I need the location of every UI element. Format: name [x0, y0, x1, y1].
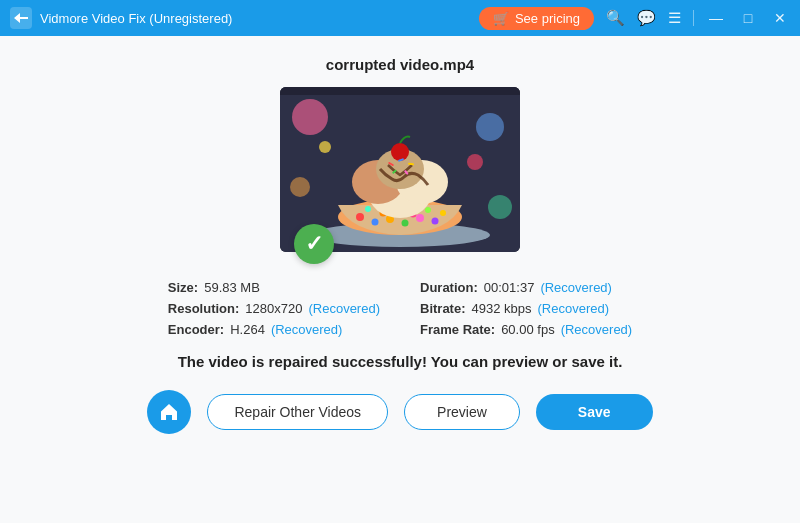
home-icon: [158, 401, 180, 423]
framerate-value: 60.00 fps: [501, 322, 555, 337]
size-value: 59.83 MB: [204, 280, 260, 295]
svg-point-15: [440, 210, 446, 216]
svg-point-14: [425, 207, 431, 213]
title-bar: Vidmore Video Fix (Unregistered) 🛒 See p…: [0, 0, 800, 36]
minimize-button[interactable]: —: [706, 10, 726, 26]
divider: [693, 10, 694, 26]
framerate-label: Frame Rate:: [420, 322, 495, 337]
preview-button[interactable]: Preview: [404, 394, 520, 430]
svg-point-31: [467, 154, 483, 170]
app-title: Vidmore Video Fix (Unregistered): [40, 11, 479, 26]
maximize-button[interactable]: □: [738, 10, 758, 26]
close-button[interactable]: ✕: [770, 10, 790, 26]
resolution-label: Resolution:: [168, 301, 240, 316]
framerate-row: Frame Rate: 60.00 fps (Recovered): [420, 322, 632, 337]
duration-row: Duration: 00:01:37 (Recovered): [420, 280, 632, 295]
video-info-grid: Size: 59.83 MB Duration: 00:01:37 (Recov…: [168, 280, 632, 337]
svg-point-10: [365, 206, 371, 212]
svg-point-4: [356, 213, 364, 221]
svg-point-7: [402, 220, 409, 227]
success-message: The video is repaired successfully! You …: [178, 353, 623, 370]
home-button[interactable]: [147, 390, 191, 434]
action-buttons: Repair Other Videos Preview Save: [147, 390, 652, 434]
svg-rect-32: [280, 87, 520, 95]
duration-label: Duration:: [420, 280, 478, 295]
duration-value: 00:01:37: [484, 280, 535, 295]
resolution-row: Resolution: 1280x720 (Recovered): [168, 301, 380, 316]
bitrate-value: 4932 kbps: [472, 301, 532, 316]
success-checkmark: ✓: [294, 224, 334, 264]
svg-point-8: [416, 214, 424, 222]
encoder-value: H.264: [230, 322, 265, 337]
svg-point-9: [432, 218, 439, 225]
framerate-recovered: (Recovered): [561, 322, 633, 337]
svg-point-28: [290, 177, 310, 197]
search-icon[interactable]: 🔍: [606, 9, 625, 27]
encoder-label: Encoder:: [168, 322, 224, 337]
resolution-recovered: (Recovered): [308, 301, 380, 316]
pricing-button[interactable]: 🛒 See pricing: [479, 7, 594, 30]
bitrate-recovered: (Recovered): [538, 301, 610, 316]
svg-point-27: [476, 113, 504, 141]
encoder-recovered: (Recovered): [271, 322, 343, 337]
size-label: Size:: [168, 280, 198, 295]
bitrate-row: Bitrate: 4932 kbps (Recovered): [420, 301, 632, 316]
chat-icon[interactable]: 💬: [637, 9, 656, 27]
main-content: corrupted video.mp4: [0, 36, 800, 523]
title-bar-actions: 🔍 💬 ☰ — □ ✕: [606, 9, 790, 27]
svg-point-5: [372, 219, 379, 226]
menu-icon[interactable]: ☰: [668, 9, 681, 27]
pricing-label: See pricing: [515, 11, 580, 26]
bitrate-label: Bitrate:: [420, 301, 466, 316]
duration-recovered: (Recovered): [540, 280, 612, 295]
app-logo: [10, 7, 32, 29]
cart-icon: 🛒: [493, 11, 509, 26]
save-button[interactable]: Save: [536, 394, 653, 430]
svg-point-26: [292, 99, 328, 135]
encoder-row: Encoder: H.264 (Recovered): [168, 322, 380, 337]
svg-point-20: [391, 143, 409, 161]
video-thumbnail-wrap: ✓: [280, 87, 520, 252]
svg-point-30: [319, 141, 331, 153]
svg-point-29: [488, 195, 512, 219]
video-filename: corrupted video.mp4: [326, 56, 474, 73]
repair-other-button[interactable]: Repair Other Videos: [207, 394, 388, 430]
resolution-value: 1280x720: [245, 301, 302, 316]
size-row: Size: 59.83 MB: [168, 280, 380, 295]
